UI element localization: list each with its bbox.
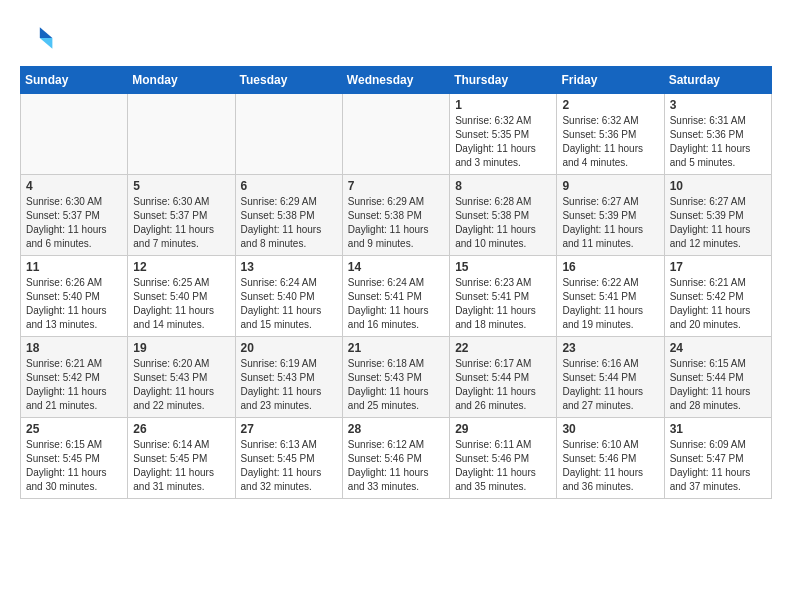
day-info: Sunrise: 6:32 AM Sunset: 5:36 PM Dayligh… <box>562 114 658 170</box>
day-info: Sunrise: 6:29 AM Sunset: 5:38 PM Dayligh… <box>348 195 444 251</box>
day-number: 14 <box>348 260 444 274</box>
calendar-cell: 25Sunrise: 6:15 AM Sunset: 5:45 PM Dayli… <box>21 418 128 499</box>
day-number: 7 <box>348 179 444 193</box>
calendar-cell: 11Sunrise: 6:26 AM Sunset: 5:40 PM Dayli… <box>21 256 128 337</box>
day-number: 16 <box>562 260 658 274</box>
day-number: 17 <box>670 260 766 274</box>
day-info: Sunrise: 6:12 AM Sunset: 5:46 PM Dayligh… <box>348 438 444 494</box>
day-number: 15 <box>455 260 551 274</box>
calendar-week-row: 1Sunrise: 6:32 AM Sunset: 5:35 PM Daylig… <box>21 94 772 175</box>
day-info: Sunrise: 6:23 AM Sunset: 5:41 PM Dayligh… <box>455 276 551 332</box>
calendar-cell: 3Sunrise: 6:31 AM Sunset: 5:36 PM Daylig… <box>664 94 771 175</box>
calendar-cell: 13Sunrise: 6:24 AM Sunset: 5:40 PM Dayli… <box>235 256 342 337</box>
day-number: 9 <box>562 179 658 193</box>
calendar-cell: 9Sunrise: 6:27 AM Sunset: 5:39 PM Daylig… <box>557 175 664 256</box>
calendar-cell: 1Sunrise: 6:32 AM Sunset: 5:35 PM Daylig… <box>450 94 557 175</box>
calendar-cell: 12Sunrise: 6:25 AM Sunset: 5:40 PM Dayli… <box>128 256 235 337</box>
day-info: Sunrise: 6:21 AM Sunset: 5:42 PM Dayligh… <box>26 357 122 413</box>
calendar-cell: 14Sunrise: 6:24 AM Sunset: 5:41 PM Dayli… <box>342 256 449 337</box>
calendar-table: SundayMondayTuesdayWednesdayThursdayFrid… <box>20 66 772 499</box>
day-info: Sunrise: 6:11 AM Sunset: 5:46 PM Dayligh… <box>455 438 551 494</box>
day-number: 12 <box>133 260 229 274</box>
day-number: 1 <box>455 98 551 112</box>
day-info: Sunrise: 6:30 AM Sunset: 5:37 PM Dayligh… <box>133 195 229 251</box>
calendar-cell: 23Sunrise: 6:16 AM Sunset: 5:44 PM Dayli… <box>557 337 664 418</box>
calendar-cell: 30Sunrise: 6:10 AM Sunset: 5:46 PM Dayli… <box>557 418 664 499</box>
day-info: Sunrise: 6:15 AM Sunset: 5:44 PM Dayligh… <box>670 357 766 413</box>
calendar-cell: 27Sunrise: 6:13 AM Sunset: 5:45 PM Dayli… <box>235 418 342 499</box>
day-info: Sunrise: 6:26 AM Sunset: 5:40 PM Dayligh… <box>26 276 122 332</box>
calendar-cell: 5Sunrise: 6:30 AM Sunset: 5:37 PM Daylig… <box>128 175 235 256</box>
day-number: 6 <box>241 179 337 193</box>
day-number: 3 <box>670 98 766 112</box>
day-info: Sunrise: 6:14 AM Sunset: 5:45 PM Dayligh… <box>133 438 229 494</box>
day-info: Sunrise: 6:18 AM Sunset: 5:43 PM Dayligh… <box>348 357 444 413</box>
day-info: Sunrise: 6:25 AM Sunset: 5:40 PM Dayligh… <box>133 276 229 332</box>
calendar-cell: 16Sunrise: 6:22 AM Sunset: 5:41 PM Dayli… <box>557 256 664 337</box>
calendar-day-header: Saturday <box>664 67 771 94</box>
day-info: Sunrise: 6:31 AM Sunset: 5:36 PM Dayligh… <box>670 114 766 170</box>
calendar-cell: 2Sunrise: 6:32 AM Sunset: 5:36 PM Daylig… <box>557 94 664 175</box>
calendar-cell <box>235 94 342 175</box>
calendar-cell: 17Sunrise: 6:21 AM Sunset: 5:42 PM Dayli… <box>664 256 771 337</box>
calendar-cell: 18Sunrise: 6:21 AM Sunset: 5:42 PM Dayli… <box>21 337 128 418</box>
day-number: 31 <box>670 422 766 436</box>
calendar-cell: 31Sunrise: 6:09 AM Sunset: 5:47 PM Dayli… <box>664 418 771 499</box>
day-number: 20 <box>241 341 337 355</box>
svg-marker-1 <box>40 38 53 49</box>
calendar-cell: 6Sunrise: 6:29 AM Sunset: 5:38 PM Daylig… <box>235 175 342 256</box>
day-info: Sunrise: 6:28 AM Sunset: 5:38 PM Dayligh… <box>455 195 551 251</box>
day-number: 28 <box>348 422 444 436</box>
day-info: Sunrise: 6:24 AM Sunset: 5:40 PM Dayligh… <box>241 276 337 332</box>
day-info: Sunrise: 6:17 AM Sunset: 5:44 PM Dayligh… <box>455 357 551 413</box>
day-info: Sunrise: 6:13 AM Sunset: 5:45 PM Dayligh… <box>241 438 337 494</box>
day-info: Sunrise: 6:21 AM Sunset: 5:42 PM Dayligh… <box>670 276 766 332</box>
day-number: 13 <box>241 260 337 274</box>
calendar-cell <box>21 94 128 175</box>
day-number: 4 <box>26 179 122 193</box>
calendar-cell: 7Sunrise: 6:29 AM Sunset: 5:38 PM Daylig… <box>342 175 449 256</box>
logo <box>20 20 62 56</box>
day-number: 5 <box>133 179 229 193</box>
day-number: 11 <box>26 260 122 274</box>
calendar-cell: 10Sunrise: 6:27 AM Sunset: 5:39 PM Dayli… <box>664 175 771 256</box>
calendar-day-header: Monday <box>128 67 235 94</box>
calendar-day-header: Sunday <box>21 67 128 94</box>
day-number: 10 <box>670 179 766 193</box>
page-header <box>20 20 772 56</box>
day-number: 26 <box>133 422 229 436</box>
calendar-cell <box>342 94 449 175</box>
svg-marker-0 <box>40 27 53 38</box>
calendar-cell: 29Sunrise: 6:11 AM Sunset: 5:46 PM Dayli… <box>450 418 557 499</box>
day-number: 27 <box>241 422 337 436</box>
calendar-week-row: 25Sunrise: 6:15 AM Sunset: 5:45 PM Dayli… <box>21 418 772 499</box>
calendar-cell: 21Sunrise: 6:18 AM Sunset: 5:43 PM Dayli… <box>342 337 449 418</box>
day-info: Sunrise: 6:27 AM Sunset: 5:39 PM Dayligh… <box>562 195 658 251</box>
calendar-cell: 4Sunrise: 6:30 AM Sunset: 5:37 PM Daylig… <box>21 175 128 256</box>
calendar-header-row: SundayMondayTuesdayWednesdayThursdayFrid… <box>21 67 772 94</box>
calendar-day-header: Thursday <box>450 67 557 94</box>
day-info: Sunrise: 6:16 AM Sunset: 5:44 PM Dayligh… <box>562 357 658 413</box>
day-info: Sunrise: 6:27 AM Sunset: 5:39 PM Dayligh… <box>670 195 766 251</box>
day-info: Sunrise: 6:15 AM Sunset: 5:45 PM Dayligh… <box>26 438 122 494</box>
calendar-cell: 19Sunrise: 6:20 AM Sunset: 5:43 PM Dayli… <box>128 337 235 418</box>
day-info: Sunrise: 6:09 AM Sunset: 5:47 PM Dayligh… <box>670 438 766 494</box>
day-info: Sunrise: 6:29 AM Sunset: 5:38 PM Dayligh… <box>241 195 337 251</box>
calendar-day-header: Wednesday <box>342 67 449 94</box>
day-number: 19 <box>133 341 229 355</box>
calendar-cell: 24Sunrise: 6:15 AM Sunset: 5:44 PM Dayli… <box>664 337 771 418</box>
calendar-day-header: Friday <box>557 67 664 94</box>
day-number: 8 <box>455 179 551 193</box>
day-info: Sunrise: 6:22 AM Sunset: 5:41 PM Dayligh… <box>562 276 658 332</box>
day-number: 18 <box>26 341 122 355</box>
calendar-cell: 22Sunrise: 6:17 AM Sunset: 5:44 PM Dayli… <box>450 337 557 418</box>
day-number: 22 <box>455 341 551 355</box>
day-number: 30 <box>562 422 658 436</box>
calendar-cell: 28Sunrise: 6:12 AM Sunset: 5:46 PM Dayli… <box>342 418 449 499</box>
calendar-day-header: Tuesday <box>235 67 342 94</box>
calendar-cell: 8Sunrise: 6:28 AM Sunset: 5:38 PM Daylig… <box>450 175 557 256</box>
day-number: 24 <box>670 341 766 355</box>
day-number: 21 <box>348 341 444 355</box>
day-info: Sunrise: 6:32 AM Sunset: 5:35 PM Dayligh… <box>455 114 551 170</box>
day-info: Sunrise: 6:30 AM Sunset: 5:37 PM Dayligh… <box>26 195 122 251</box>
